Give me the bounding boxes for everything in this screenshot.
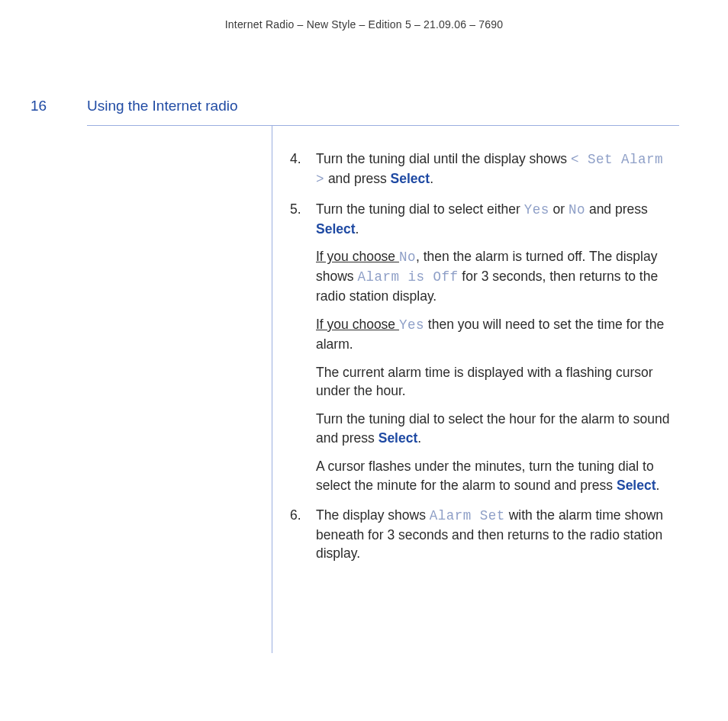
step-5: Turn the tuning dial to select either Ye… [290, 200, 672, 495]
display-text-no: No [399, 249, 416, 265]
text: . [417, 430, 421, 446]
instruction-list: Turn the tuning dial until the display s… [290, 150, 672, 563]
step-4: Turn the tuning dial until the display s… [290, 150, 672, 189]
paragraph-hour: Turn the tuning dial to select the hour … [316, 410, 672, 448]
select-label: Select [617, 478, 656, 493]
text: and press [324, 171, 391, 186]
text: . [356, 221, 359, 237]
step-6: The display shows Alarm Set with the ala… [290, 506, 672, 564]
page: Internet Radio – New Style – Edition 5 –… [0, 0, 728, 721]
text: The display shows [316, 507, 430, 523]
display-text-no: No [569, 202, 585, 217]
body-content: Turn the tuning dial until the display s… [290, 150, 672, 574]
text: . [430, 171, 433, 186]
chapter-title: Using the Internet radio [87, 98, 238, 114]
paragraph-if-yes: If you choose Yes then you will need to … [316, 315, 672, 354]
text: Turn the tuning dial to select either [316, 201, 524, 217]
divider-horizontal [87, 125, 679, 126]
chapter-heading-row: 16 Using the Internet radio [31, 98, 679, 114]
display-text-alarm-off: Alarm is Off [357, 269, 458, 285]
paragraph-minute: A cursor flashes under the minutes, turn… [316, 457, 672, 495]
select-label: Select [378, 430, 418, 446]
text: Turn the tuning dial to select the hour … [316, 411, 669, 446]
underline-lead: If you choose [316, 249, 399, 264]
display-text-alarm-set: Alarm Set [430, 508, 505, 523]
page-number: 16 [31, 98, 87, 114]
text: or [549, 201, 569, 217]
display-text-yes: Yes [399, 317, 424, 333]
paragraph-cursor: The current alarm time is displayed with… [316, 363, 672, 401]
text: Turn the tuning dial until the display s… [316, 151, 571, 166]
text: A cursor flashes under the minutes, turn… [316, 459, 654, 493]
text: . [656, 478, 660, 493]
running-header: Internet Radio – New Style – Edition 5 –… [0, 18, 728, 31]
display-text-yes: Yes [524, 202, 549, 217]
underline-lead: If you choose [316, 317, 399, 332]
paragraph-if-no: If you choose No, then the alarm is turn… [316, 247, 672, 306]
select-label: Select [391, 171, 430, 186]
text: and press [585, 201, 648, 217]
divider-vertical [272, 125, 272, 653]
select-label: Select [316, 221, 356, 237]
